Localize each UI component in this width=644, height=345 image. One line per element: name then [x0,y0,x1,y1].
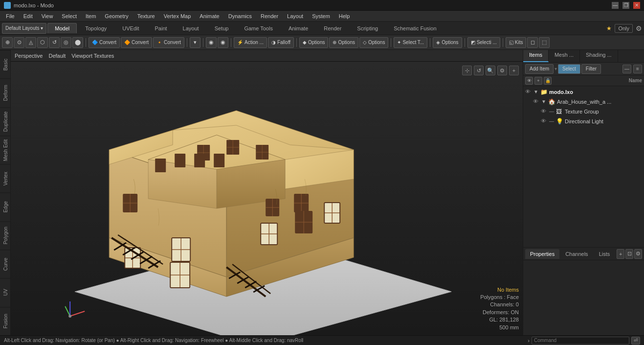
tab-schematic-fusion[interactable]: Schematic Fusion [386,23,444,33]
lock-col-icon[interactable]: 🔒 [544,77,552,85]
bp-tab-lists[interactable]: Lists [594,249,615,259]
select-button[interactable]: Select [558,64,580,74]
dropdown-icon[interactable]: ▾ [190,37,200,48]
layout-selector[interactable]: Default Layouts ▾ [2,23,46,34]
menu-item-dynamics[interactable]: Dynamics [224,12,256,20]
sidebar-tab-edge[interactable]: Edge [0,192,11,221]
viewport-icon-2[interactable]: ↺ [474,66,484,75]
menu-item-layout[interactable]: Layout [283,12,307,20]
minimize-button[interactable]: — [612,2,619,9]
viewport-textures-label[interactable]: Viewport Textures [71,53,114,59]
expand-icon[interactable]: ▼ [533,89,539,95]
tab-layout[interactable]: Layout [176,23,206,33]
bp-tab-channels[interactable]: Channels [560,249,593,259]
eye-icon[interactable]: 👁 [525,89,532,95]
bp-gear-icon[interactable]: ⚙ [634,249,642,259]
filter-button[interactable]: Filter [581,64,601,74]
tab-render[interactable]: Render [316,23,349,33]
menu-item-system[interactable]: System [308,12,334,20]
expand-icon-3[interactable]: — [549,109,555,115]
options-btn-4[interactable]: ◈Options [433,37,462,48]
viewport-icon-5[interactable]: + [509,66,519,75]
unreal-icon[interactable]: ⬚ [539,37,550,48]
tree-item-light[interactable]: 👁 — 💡 Directional Light [523,116,644,126]
titlebar-controls[interactable]: — ❐ ✕ [612,2,640,9]
rotate-icon[interactable]: ↺ [49,37,60,48]
add-item-button[interactable]: Add Item [525,64,554,74]
sidebar-tab-basic[interactable]: Basic [0,50,11,78]
circle-icon[interactable]: ⬤ [72,37,83,48]
viewport-icon-4[interactable]: ⚙ [497,66,507,75]
menu-item-edit[interactable]: Edit [20,12,37,20]
expand-icon-2[interactable]: ▼ [541,99,547,105]
menu-item-file[interactable]: File [2,12,19,20]
bp-fullscreen-icon[interactable]: ⊡ [625,249,633,259]
tab-animate[interactable]: Animate [281,23,315,33]
add-col-icon[interactable]: + [534,77,542,85]
filter-options[interactable]: ≡ [633,65,642,73]
tab-mesh[interactable]: Mesh ... [549,50,580,62]
sidebar-tab-uv[interactable]: UV [0,278,11,306]
menu-item-item[interactable]: Item [82,12,100,20]
kits-icon[interactable]: ◻ [527,37,538,48]
only-label[interactable]: Only [615,24,633,33]
expand-icon-4[interactable]: — [549,118,555,124]
viewport[interactable]: Perspective Default Viewport Textures [11,50,523,335]
maximize-button[interactable]: ❐ [622,2,629,9]
tab-paint[interactable]: Paint [148,23,175,33]
convert-btn-2[interactable]: 🔶Convert [121,37,152,48]
bp-expand-icon[interactable]: + [617,249,624,259]
eye-icon-2[interactable]: 👁 [533,98,540,105]
menu-item-render[interactable]: Render [257,12,282,20]
cmd-arrow[interactable]: › [528,338,530,344]
radio-1-icon[interactable]: ◉ [206,37,217,48]
tab-shading[interactable]: Shading ... [580,50,618,62]
hex-icon[interactable]: ⬡ [37,37,48,48]
tab-model[interactable]: Model [47,23,77,33]
menu-item-texture[interactable]: Texture [133,12,159,20]
options-btn-2[interactable]: ⊕Options [329,37,358,48]
menu-item-animate[interactable]: Animate [196,12,223,20]
viewport-content[interactable]: No Items Polygons : Face Channels: 0 Def… [11,62,523,335]
sidebar-tab-vertex[interactable]: Vertex [0,164,11,192]
sidebar-tab-mesh-edit[interactable]: Mesh Edit [0,136,11,164]
action-btn[interactable]: ⚡Action ... [234,37,267,48]
tab-uvedit[interactable]: UVEdit [115,23,146,33]
tab-scripting[interactable]: Scripting [350,23,385,33]
default-label[interactable]: Default [48,53,66,59]
tab-game-tools[interactable]: Game Tools [237,23,280,33]
triangle-icon[interactable]: ◬ [25,37,36,48]
bp-tab-properties[interactable]: Properties [525,249,559,259]
tab-setup[interactable]: Setup [207,23,236,33]
tree-item-texture[interactable]: 👁 — 🖼 Texture Group [523,107,644,116]
tree-item-root[interactable]: 👁 ▼ 📁 modo.lxo [523,87,644,97]
perspective-label[interactable]: Perspective [15,53,43,59]
eye-icon-3[interactable]: 👁 [541,108,548,115]
convert-btn-3[interactable]: 🔸Convert [153,37,184,48]
menu-item-help[interactable]: Help [335,12,354,20]
viewport-icon-3[interactable]: 🔍 [486,66,495,75]
tree-item-house[interactable]: 👁 ▼ 🏠 Arab_House_with_a ... [523,97,644,107]
selecti-btn[interactable]: ◩Selecti ... [467,37,500,48]
options-btn-3[interactable]: ◇Options [359,37,388,48]
options-btn-1[interactable]: ◆Options [299,37,328,48]
cmd-exec-button[interactable]: ⏎ [631,337,640,345]
circle-dot-icon[interactable]: ⊙ [14,37,24,48]
sidebar-tab-duplicate[interactable]: Duplicate [0,107,11,136]
sidebar-tab-fusion[interactable]: Fusion [0,307,11,335]
select-t-btn[interactable]: ✦Select T... [394,37,427,48]
menu-item-geometry[interactable]: Geometry [101,12,132,20]
sidebar-tab-deform[interactable]: Deform [0,78,11,107]
target-icon[interactable]: ◎ [61,37,71,48]
close-button[interactable]: ✕ [633,2,640,9]
tab-topology[interactable]: Topology [78,23,114,33]
eye-icon-4[interactable]: 👁 [541,118,548,125]
menu-item-view[interactable]: View [38,12,57,20]
radio-2-icon[interactable]: ◉ [218,37,228,48]
gear-icon[interactable]: ⚙ [636,24,642,32]
command-input[interactable] [532,337,629,345]
viewport-icon-1[interactable]: ⊹ [462,66,472,75]
convert-btn-1[interactable]: 🔷Convert [89,37,120,48]
kits-btn[interactable]: ◱Kits [506,37,527,48]
visibility-col-icon[interactable]: 👁 [525,77,533,85]
